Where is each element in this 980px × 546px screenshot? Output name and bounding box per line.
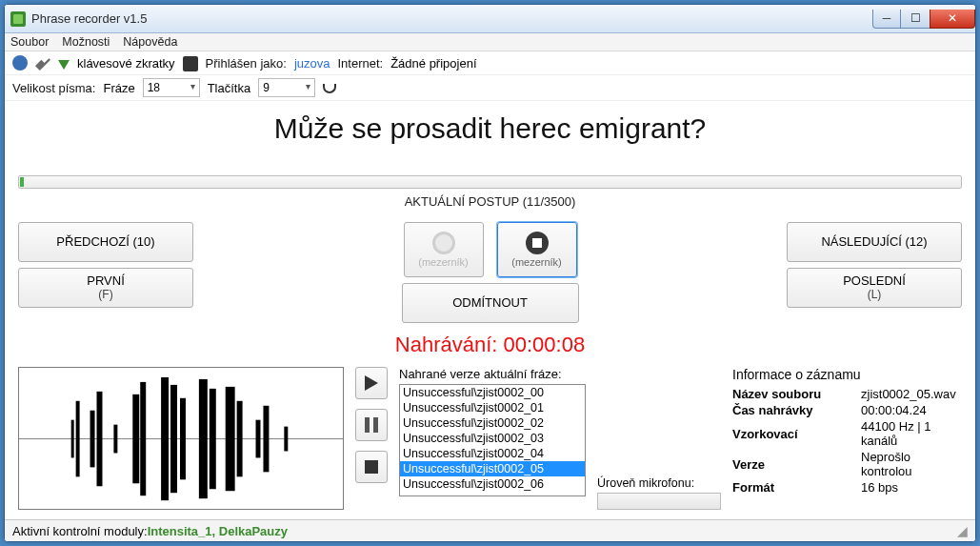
menubar: Soubor Možnosti Nápověda xyxy=(5,33,975,51)
recording-info-panel: Informace o záznamu Název souboruzjist00… xyxy=(732,367,962,516)
record-button[interactable]: (mezerník) xyxy=(404,222,484,277)
svg-rect-14 xyxy=(237,401,243,477)
keyboard-icon[interactable] xyxy=(183,56,198,71)
info-version-val: Neprošlo kontrolou xyxy=(861,449,962,479)
download-icon[interactable] xyxy=(58,60,70,70)
user-icon[interactable] xyxy=(12,55,28,71)
toolstrip-fontsize: Velikost písma: Fráze 18 Tlačítka 9 xyxy=(5,75,975,101)
versions-listbox[interactable]: Unsuccessful\zjist0002_00Unsuccessful\zj… xyxy=(399,384,586,496)
waveform-display xyxy=(18,367,344,510)
versions-label: Nahrané verze aktuální fráze: xyxy=(399,367,586,381)
app-icon xyxy=(10,11,26,27)
play-icon xyxy=(365,375,378,391)
phrase-label: Fráze xyxy=(103,81,134,95)
version-item[interactable]: Unsuccessful\zjist0002_00 xyxy=(400,385,585,400)
mic-level-bar xyxy=(597,493,721,510)
mic-level-label: Úroveň mikrofonu: xyxy=(597,476,721,490)
settings-icon[interactable] xyxy=(35,55,50,71)
progress-bar xyxy=(18,175,962,189)
record-hint: (mezerník) xyxy=(418,256,469,268)
info-duration-val: 00:00:04.24 xyxy=(861,402,962,418)
stop-icon xyxy=(526,232,549,254)
window-maximize-button[interactable]: ☐ xyxy=(901,10,930,29)
menu-options[interactable]: Možnosti xyxy=(62,35,110,49)
app-window: Phrase recorder v1.5 ─ ☐ ✕ Soubor Možnos… xyxy=(4,4,976,542)
version-item[interactable]: Unsuccessful\zjist0002_02 xyxy=(400,415,585,431)
window-close-button[interactable]: ✕ xyxy=(930,10,975,29)
window-minimize-button[interactable]: ─ xyxy=(872,10,901,29)
menu-file[interactable]: Soubor xyxy=(10,35,49,49)
info-duration-key: Čas nahrávky xyxy=(732,402,861,418)
play-button[interactable] xyxy=(355,367,388,399)
svg-rect-11 xyxy=(199,379,208,498)
svg-rect-10 xyxy=(180,398,186,479)
version-item[interactable]: Unsuccessful\zjist0002_04 xyxy=(400,446,585,461)
statusbar: Aktivní kontrolní moduly: Intensita_1, D… xyxy=(5,519,975,541)
info-filename-val: zjist0002_05.wav xyxy=(861,386,962,402)
last-button[interactable]: POSLEDNÍ(L) xyxy=(787,268,962,308)
svg-rect-3 xyxy=(90,411,95,468)
logged-as-label: Přihlášen jako: xyxy=(206,56,287,71)
reject-button[interactable]: ODMÍTNOUT xyxy=(402,283,579,323)
info-version-key: Verze xyxy=(732,449,861,479)
stop-hint: (mezerník) xyxy=(511,256,562,268)
svg-rect-16 xyxy=(263,406,269,473)
svg-rect-9 xyxy=(170,385,177,493)
recording-status: Nahrávání: 00:00:08 xyxy=(18,333,962,357)
stop-button[interactable] xyxy=(355,451,388,483)
version-item[interactable]: Unsuccessful\zjist0002_05 xyxy=(400,461,585,476)
info-format-key: Formát xyxy=(732,479,861,495)
first-button[interactable]: PRVNÍ(F) xyxy=(18,268,193,308)
svg-rect-2 xyxy=(76,401,80,477)
window-title: Phrase recorder v1.5 xyxy=(31,11,147,26)
svg-rect-15 xyxy=(256,420,261,458)
info-sample-key: Vzorkovací xyxy=(732,418,861,449)
logged-user[interactable]: juzova xyxy=(294,56,330,71)
svg-rect-4 xyxy=(97,392,103,486)
info-filename-key: Název souboru xyxy=(732,386,861,402)
status-modules: Intensita_1, DelkaPauzy xyxy=(148,524,288,538)
svg-rect-8 xyxy=(161,377,169,500)
record-icon xyxy=(432,232,455,254)
toolstrip-login: klávesové zkratky Přihlášen jako: juzova… xyxy=(5,51,975,75)
svg-rect-7 xyxy=(140,382,146,495)
phrase-size-select[interactable]: 18 xyxy=(143,78,200,97)
pause-icon xyxy=(365,417,378,433)
headphones-icon[interactable] xyxy=(323,84,336,93)
shortcuts-label[interactable]: klávesové zkratky xyxy=(77,56,175,71)
prev-button[interactable]: PŘEDCHOZÍ (10) xyxy=(18,222,193,262)
info-title: Informace o záznamu xyxy=(732,367,962,382)
stop-square-icon xyxy=(365,460,378,474)
progress-label: AKTUÁLNÍ POSTUP (11/3500) xyxy=(18,194,962,209)
next-button[interactable]: NÁSLEDUJÍCÍ (12) xyxy=(787,222,962,262)
stop-record-button[interactable]: (mezerník) xyxy=(497,222,577,277)
fontsize-label: Velikost písma: xyxy=(12,81,95,95)
version-item[interactable]: Unsuccessful\zjist0002_06 xyxy=(400,476,585,492)
svg-rect-6 xyxy=(132,394,139,483)
svg-rect-17 xyxy=(284,427,288,452)
pause-button[interactable] xyxy=(355,409,388,441)
info-sample-val: 44100 Hz | 1 kanálů xyxy=(861,418,962,449)
status-label: Aktivní kontrolní moduly: xyxy=(12,524,148,538)
svg-rect-1 xyxy=(71,420,74,458)
internet-label: Internet: xyxy=(337,56,383,71)
svg-rect-5 xyxy=(113,425,117,454)
svg-rect-13 xyxy=(226,387,235,491)
prompt-text: Může se prosadit herec emigrant? xyxy=(18,112,962,145)
version-item[interactable]: Unsuccessful\zjist0002_03 xyxy=(400,431,585,446)
buttons-label: Tlačítka xyxy=(208,81,251,95)
buttons-size-select[interactable]: 9 xyxy=(258,78,315,97)
menu-help[interactable]: Nápověda xyxy=(123,35,177,49)
internet-value: Žádné připojení xyxy=(390,56,476,71)
svg-rect-12 xyxy=(210,389,216,489)
info-format-val: 16 bps xyxy=(861,479,962,495)
titlebar: Phrase recorder v1.5 ─ ☐ ✕ xyxy=(5,5,975,33)
resize-grip[interactable]: ◢ xyxy=(957,523,968,538)
version-item[interactable]: Unsuccessful\zjist0002_01 xyxy=(400,400,585,415)
